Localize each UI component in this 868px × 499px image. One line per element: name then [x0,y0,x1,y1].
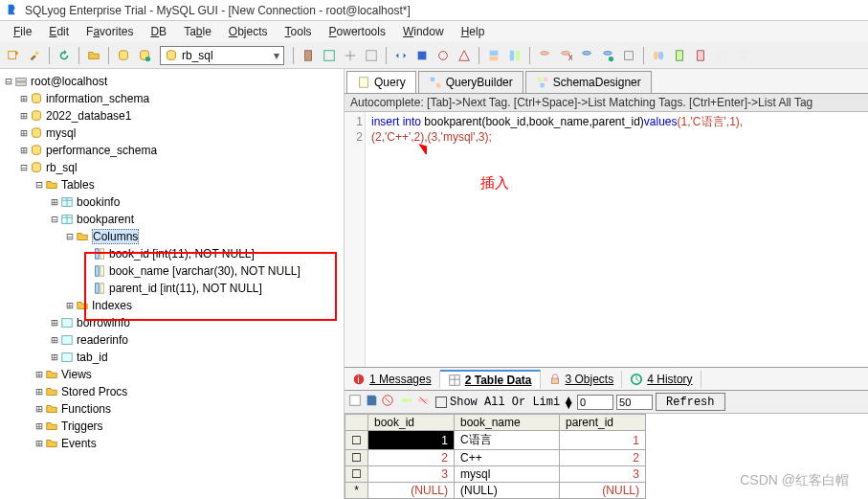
database-combo[interactable]: rb_sql ▾ [160,46,284,65]
tb-icon-17[interactable] [670,46,689,65]
tb-icon-13[interactable] [577,46,596,65]
menu-powertools[interactable]: Powertools [322,23,393,40]
tb-icon-4[interactable] [362,46,381,65]
tb-icon-12[interactable]: x [556,46,575,65]
cell[interactable]: 1 [368,431,455,450]
tb-icon-15[interactable] [619,46,638,65]
tree-table[interactable]: ⊞readerinfo [2,331,342,349]
tb-icon-2[interactable] [320,46,339,65]
svg-rect-51 [436,83,440,87]
tool-db-icon[interactable] [114,46,133,65]
menu-file[interactable]: File [6,23,39,40]
col-header[interactable]: book_id [368,415,455,431]
tree-table[interactable]: ⊞bookinfo [2,193,342,211]
tb-icon-16[interactable] [649,46,668,65]
tree-db[interactable]: ⊞information_schema [2,90,342,107]
tb-icon-9[interactable] [484,46,503,65]
sql-editor[interactable]: 12 insert into bookparent(book_id,book_n… [345,112,868,367]
col-header[interactable]: book_name [455,415,560,431]
tab-history[interactable]: 4 History [622,371,701,388]
menu-tools[interactable]: Tools [278,23,320,40]
limit-to-input[interactable] [616,395,653,410]
menu-db[interactable]: DB [143,23,174,40]
tool-refresh-icon[interactable] [55,46,74,65]
tree-table-open[interactable]: ⊟bookparent [2,211,342,228]
tree-storedprocs-folder[interactable]: ⊞Stored Procs [2,383,342,400]
tree-column[interactable]: book_id [int(11), NOT NULL] [2,245,342,262]
menu-table[interactable]: Table [176,23,219,40]
tree-table[interactable]: ⊞tab_id [2,349,342,366]
cell[interactable]: C语言 [455,431,560,450]
menu-favorites[interactable]: Favorites [78,23,141,40]
tree-events-folder[interactable]: ⊞Events [2,435,342,452]
tree-db-open[interactable]: ⊟rb_sql [2,159,342,176]
tb-icon-18[interactable] [691,46,710,65]
insert-row-icon[interactable] [400,394,413,410]
menu-objects[interactable]: Objects [221,23,276,40]
row-selector[interactable]: ☐ [345,466,368,483]
tree-column[interactable]: parent_id [int(11), NOT NULL] [2,280,342,297]
tb-icon-8[interactable] [455,46,474,65]
menu-edit[interactable]: Edit [41,23,77,40]
tb-icon-1[interactable] [299,46,318,65]
tree-table[interactable]: ⊞borrowinfo [2,314,342,331]
tab-query[interactable]: Query [346,71,416,93]
delete-row-icon[interactable] [416,394,430,410]
tb-icon-5[interactable] [391,46,411,65]
tab-tabledata[interactable]: 2 Table Data [440,370,541,389]
cell[interactable]: 2 [368,450,455,466]
cell[interactable]: (NULL) [455,483,560,499]
tb-icon-3[interactable] [341,46,360,65]
showall-label: Show All Or Limi [450,396,560,409]
col-header[interactable]: parent_id [560,415,646,431]
tab-schemadesigner[interactable]: SchemaDesigner [525,71,652,93]
cell[interactable]: (NULL) [560,483,646,499]
svg-point-1 [35,51,39,55]
tree-tables-folder[interactable]: ⊟Tables [2,176,342,193]
tree-functions-folder[interactable]: ⊞Functions [2,400,342,418]
tool-dbrefresh-icon[interactable] [135,46,154,65]
cell[interactable]: 2 [560,450,646,466]
tree-db[interactable]: ⊞performance_schema [2,142,342,159]
tab-querybuilder[interactable]: QueryBuilder [418,71,523,93]
limit-from-input[interactable] [577,395,613,410]
showall-checkbox[interactable] [435,397,447,408]
save-icon[interactable] [365,394,378,410]
tab-messages[interactable]: i1 Messages [345,371,440,388]
menu-window[interactable]: Window [395,23,452,40]
tab-objects[interactable]: 3 Objects [541,371,623,388]
cell[interactable]: 3 [560,466,646,483]
tree-root[interactable]: ⊟root@localhost [2,73,342,90]
cell[interactable]: mysql [455,466,560,483]
tb-icon-10[interactable] [505,46,524,65]
refresh-button[interactable]: Refresh [656,393,724,411]
limit-spinner[interactable]: ▲▼ [563,397,574,408]
tb-icon-14[interactable] [598,46,617,65]
row-selector[interactable]: ☐ [345,450,368,466]
tb-icon-7[interactable] [434,46,453,65]
tree-indexes-folder[interactable]: ⊞Indexes [2,297,342,314]
tool-newquery-icon[interactable] [4,46,23,65]
tb-icon-6[interactable] [412,46,432,65]
sql-code[interactable]: insert into bookparent(book_id,book_name… [366,112,748,367]
tb-icon-11[interactable] [535,46,554,65]
tree-columns-folder[interactable]: ⊟Columns [2,228,342,245]
tool-open-icon[interactable] [84,46,103,65]
cell[interactable]: C++ [455,450,560,466]
tree-column[interactable]: book_name [varchar(30), NOT NULL] [2,262,342,280]
tool-connect-icon[interactable] [25,46,44,65]
tree-views-folder[interactable]: ⊞Views [2,366,342,383]
tb-icon-19[interactable] [712,46,731,65]
tree-db[interactable]: ⊞2022_database1 [2,107,342,125]
tree-triggers-folder[interactable]: ⊞Triggers [2,418,342,435]
cell[interactable]: (NULL) [368,483,455,499]
cancel-icon[interactable] [381,394,394,410]
grid-view-icon[interactable] [348,394,362,410]
cell[interactable]: 3 [368,466,455,483]
new-row-marker[interactable]: * [345,483,368,499]
cell[interactable]: 1 [560,431,646,450]
menu-help[interactable]: Help [454,23,493,40]
row-selector[interactable]: ☐ [345,431,368,450]
tree-db[interactable]: ⊞mysql [2,125,342,142]
tb-icon-20[interactable] [733,46,752,65]
